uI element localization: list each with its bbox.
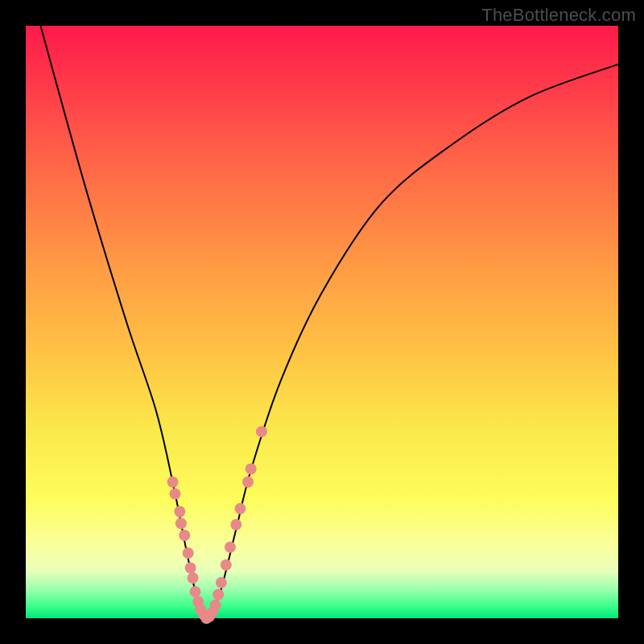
marker-dot [167, 477, 179, 488]
marker-dot [246, 464, 257, 475]
marker-dot [169, 488, 180, 499]
marker-dot [179, 530, 190, 541]
plot-area [26, 26, 618, 618]
marker-dot [188, 572, 199, 584]
marker-dot [174, 506, 185, 518]
marker-dot [216, 577, 227, 588]
marker-dot [221, 559, 232, 571]
watermark-text: TheBottleneck.com [481, 5, 636, 26]
curve-svg [26, 26, 618, 618]
marker-dot [189, 586, 200, 597]
marker-dot [234, 503, 246, 514]
marker-dot [185, 562, 196, 573]
marker-dot [175, 518, 187, 529]
marker-dot [242, 477, 254, 488]
curve-markers [167, 426, 267, 624]
marker-dot [230, 519, 242, 530]
marker-dot [256, 426, 267, 437]
chart-frame: TheBottleneck.com [0, 0, 644, 644]
marker-dot [213, 589, 224, 601]
marker-dot [225, 542, 236, 553]
marker-dot [183, 547, 194, 559]
bottleneck-curve [40, 26, 618, 618]
marker-dot [210, 600, 221, 611]
